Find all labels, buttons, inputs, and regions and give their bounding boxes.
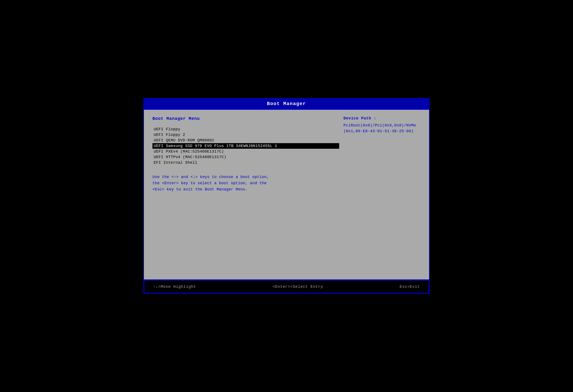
left-panel: Boot Manager Menu UEFI FloppyUEFI Floppy… xyxy=(152,116,339,273)
boot-list: UEFI FloppyUEFI Floppy 2UEFI QEMU DVD-RO… xyxy=(152,126,339,165)
section-title: Boot Manager Menu xyxy=(152,116,339,121)
footer-bar: ↑↓=Move Highlight <Enter>=Select Entry E… xyxy=(144,280,429,293)
title-bar: Boot Manager xyxy=(144,99,429,110)
boot-option-1[interactable]: UEFI Floppy 2 xyxy=(152,132,339,137)
footer-exit: Esc=Exit xyxy=(400,285,420,289)
title-text: Boot Manager xyxy=(267,101,306,106)
main-content: Boot Manager Menu UEFI FloppyUEFI Floppy… xyxy=(144,110,429,279)
footer-move: ↑↓=Move Highlight xyxy=(153,285,196,289)
boot-option-3[interactable]: UEFI Samsung SSD 970 EVO Plus 1TB S4EWNJ… xyxy=(152,143,339,149)
boot-option-2[interactable]: UEFI QEMU DVD-ROM QM00002 xyxy=(152,137,339,143)
right-panel: Device Path : PciRoot(0x0)/Pci(0x5,0x0)/… xyxy=(339,116,421,273)
device-path-value: PciRoot(0x0)/Pci(0x5,0x0)/NVMe(0x1,09-E8… xyxy=(343,123,421,134)
boot-option-6[interactable]: EFI Internal Shell xyxy=(152,160,339,165)
boot-option-5[interactable]: UEFI HTTPv4 (MAC:525400E1317C) xyxy=(152,154,339,160)
footer-select: <Enter>=Select Entry xyxy=(273,285,323,289)
device-path-label: Device Path : xyxy=(343,116,421,120)
bios-screen: Boot Manager Boot Manager Menu UEFI Flop… xyxy=(143,98,430,294)
boot-option-0[interactable]: UEFI Floppy xyxy=(152,126,339,132)
boot-option-4[interactable]: UEFI PXEv4 (MAC:525400E1317C) xyxy=(152,149,339,154)
help-text: Use the <↑> and <↓> keys to choose a boo… xyxy=(152,174,339,192)
